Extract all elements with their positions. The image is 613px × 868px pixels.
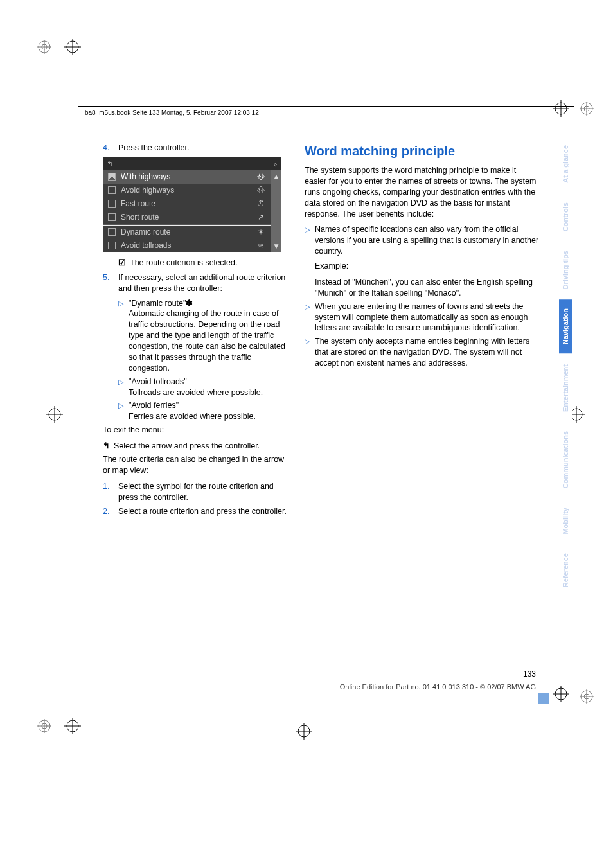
footer-accent-block bbox=[538, 693, 549, 704]
route-option-label: With highways bbox=[121, 172, 256, 182]
intro-paragraph: The system supports the word matching pr… bbox=[305, 165, 540, 219]
route-option-icon: ⏱ bbox=[256, 199, 266, 209]
benefit-body: The system only accepts name entries beg… bbox=[315, 336, 540, 369]
scroll-up-icon: ▲ bbox=[272, 172, 280, 182]
route-option-icon: ↗ bbox=[256, 212, 266, 222]
crop-cross-bl bbox=[64, 718, 81, 734]
crop-cross-tr bbox=[553, 100, 569, 117]
sub-item-description: Ferries are avoided where possible. bbox=[129, 411, 256, 422]
idrive-screenshot: ↰ ⬨ With highways ⛗ Avoid highways ⛗ bbox=[103, 157, 281, 252]
route-option-icon: ✶ bbox=[256, 227, 266, 237]
edition-line: Online Edition for Part no. 01 41 0 013 … bbox=[180, 683, 536, 691]
tab-mobility[interactable]: Mobility bbox=[559, 499, 572, 544]
back-arrow-icon: ↰ bbox=[107, 159, 113, 169]
route-option-row: Avoid tollroads ≋ bbox=[103, 239, 271, 252]
checkbox-icon bbox=[108, 213, 116, 221]
exit-menu-instruction: ↰ Select the arrow and press the control… bbox=[103, 441, 289, 452]
reg-mark-tl-outer bbox=[37, 40, 51, 54]
benefit-item-autocomplete: ▷ When you are entering the names of tow… bbox=[305, 301, 540, 334]
checkbox-icon bbox=[108, 228, 116, 236]
checkbox-icon bbox=[108, 186, 116, 194]
scroll-down-icon: ▼ bbox=[272, 241, 280, 251]
left-column: 4. Press the controller. ↰ ⬨ With highwa… bbox=[103, 143, 289, 521]
file-info: ba8_m5us.book Seite 133 Montag, 5. Febru… bbox=[85, 109, 259, 116]
sub-item-title: "Avoid tollroads" bbox=[129, 376, 263, 387]
checkbox-icon bbox=[108, 242, 116, 249]
screenshot-topbar: ↰ ⬨ bbox=[103, 157, 281, 170]
benefit-lead: Names of specific locations can also var… bbox=[315, 224, 540, 257]
route-option-row: Fast route ⏱ bbox=[103, 197, 271, 211]
route-option-row: Avoid highways ⛗ bbox=[103, 184, 271, 197]
benefit-body: When you are entering the names of towns… bbox=[315, 301, 540, 334]
route-option-icon: ⛗ bbox=[256, 172, 266, 182]
triangle-bullet-icon: ▷ bbox=[305, 336, 310, 369]
star-icon: ✽ bbox=[186, 299, 193, 308]
sub-item-body: "Avoid ferries" Ferries are avoided wher… bbox=[129, 400, 256, 422]
tab-at-a-glance[interactable]: At a glance bbox=[559, 136, 572, 192]
reg-mark-bl-outer bbox=[37, 719, 51, 733]
sub-item-description: Tollroads are avoided where possible. bbox=[129, 387, 263, 398]
sub-item-title: "Dynamic route" bbox=[129, 299, 186, 308]
reg-mark-tr-outer bbox=[580, 102, 594, 116]
sub-item-body: "Dynamic route"✽ Automatic changing of t… bbox=[129, 298, 289, 374]
step-text: Select a route criterion and press the c… bbox=[118, 506, 289, 517]
triangle-bullet-icon: ▷ bbox=[118, 376, 123, 398]
tab-reference[interactable]: Reference bbox=[559, 544, 572, 596]
step-text: If necessary, select an additional route… bbox=[118, 272, 289, 294]
exit-menu-label: To exit the menu: bbox=[103, 425, 289, 436]
step-text: Select the symbol for the route criterio… bbox=[118, 481, 289, 503]
triangle-bullet-icon: ▷ bbox=[118, 298, 123, 374]
sub-item-avoid-ferries: ▷ "Avoid ferries" Ferries are avoided wh… bbox=[118, 400, 289, 422]
sub-item-avoid-tollroads: ▷ "Avoid tollroads" Tollroads are avoide… bbox=[118, 376, 289, 398]
route-option-row: Dynamic route ✶ bbox=[103, 226, 271, 239]
step-number: 4. bbox=[103, 143, 112, 154]
route-option-label: Dynamic route bbox=[121, 227, 256, 237]
sub-item-description: Automatic changing of the route in case … bbox=[129, 308, 289, 373]
sub-item-title: "Avoid ferries" bbox=[129, 400, 256, 411]
header-rule bbox=[78, 106, 574, 107]
route-option-label: Avoid tollroads bbox=[121, 240, 256, 251]
screenshot-rows: With highways ⛗ Avoid highways ⛗ Fast ro… bbox=[103, 170, 271, 252]
route-option-icon: ≋ bbox=[256, 240, 266, 251]
route-option-icon: ⛗ bbox=[256, 185, 266, 195]
step-5: 5. If necessary, select an additional ro… bbox=[103, 272, 289, 294]
route-option-label: Fast route bbox=[121, 199, 256, 209]
page-number: 133 bbox=[523, 669, 536, 678]
top-right-icon: ⬨ bbox=[273, 159, 278, 169]
crop-cross-ml bbox=[46, 406, 63, 423]
criterion-selected-line: ☑ The route criterion is selected. bbox=[118, 258, 289, 269]
crop-cross-br bbox=[553, 686, 569, 702]
checkbox-icon bbox=[108, 200, 116, 208]
step-number: 1. bbox=[103, 481, 112, 503]
criterion-selected-text: The route criterion is selected. bbox=[130, 258, 237, 269]
benefit-body: Names of specific locations can also var… bbox=[315, 224, 540, 298]
step-text: Press the controller. bbox=[118, 143, 289, 154]
triangle-bullet-icon: ▷ bbox=[305, 224, 310, 298]
step-4: 4. Press the controller. bbox=[103, 143, 289, 154]
benefit-example-text: Instead of "München", you can also enter… bbox=[315, 277, 540, 299]
tab-navigation[interactable]: Navigation bbox=[559, 299, 572, 353]
tab-controls[interactable]: Controls bbox=[559, 193, 572, 240]
route-option-label: Avoid highways bbox=[121, 185, 256, 195]
page: ba8_m5us.book Seite 133 Montag, 5. Febru… bbox=[0, 0, 613, 868]
route-option-label: Short route bbox=[121, 212, 256, 222]
route-option-row: With highways ⛗ bbox=[103, 170, 271, 184]
route-criteria-note: The route criteria can also be changed i… bbox=[103, 454, 289, 476]
right-column: Word matching principle The system suppo… bbox=[305, 143, 540, 521]
crop-cross-bc bbox=[296, 723, 312, 740]
triangle-bullet-icon: ▷ bbox=[118, 400, 123, 422]
benefit-item-validation: ▷ The system only accepts name entries b… bbox=[305, 336, 540, 369]
step-5-subitems: ▷ "Dynamic route"✽ Automatic changing of… bbox=[118, 298, 289, 423]
section-heading: Word matching principle bbox=[305, 143, 540, 160]
benefit-example-label: Example: bbox=[315, 261, 540, 272]
content-area: 4. Press the controller. ↰ ⬨ With highwa… bbox=[103, 143, 540, 521]
checkmark-icon: ☑ bbox=[118, 258, 126, 269]
sub-item-body: "Avoid tollroads" Tollroads are avoided … bbox=[129, 376, 263, 398]
view-step-2: 2. Select a route criterion and press th… bbox=[103, 506, 289, 517]
tab-communications[interactable]: Communications bbox=[559, 422, 572, 497]
exit-menu-text: Select the arrow and press the controlle… bbox=[114, 441, 260, 452]
step-number: 5. bbox=[103, 272, 112, 294]
tab-entertainment[interactable]: Entertainment bbox=[559, 355, 572, 421]
view-step-1: 1. Select the symbol for the route crite… bbox=[103, 481, 289, 503]
tab-driving-tips[interactable]: Driving tips bbox=[559, 242, 572, 299]
